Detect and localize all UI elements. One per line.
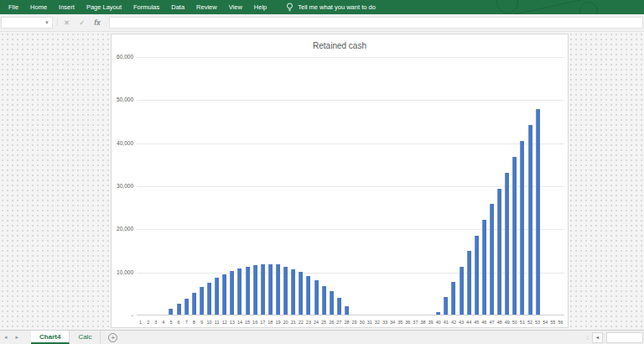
bar-category-53[interactable] [536, 109, 540, 315]
ribbon-decor-line [511, 0, 584, 14]
excel-window: FileHomeInsertPage LayoutFormulasDataRev… [0, 0, 644, 344]
bar-category-13[interactable] [230, 271, 234, 315]
formula-bar: ▼ ⁞ ✕ ✓ fx [0, 14, 644, 32]
bar-category-52[interactable] [528, 125, 532, 315]
x-axis-tick-label: 12 [222, 320, 227, 325]
bar-category-20[interactable] [283, 267, 288, 315]
x-axis-tick-label: 15 [245, 320, 250, 325]
bar-category-25[interactable] [322, 286, 326, 315]
bar-category-17[interactable] [261, 264, 265, 315]
bar-category-47[interactable] [490, 204, 494, 315]
bar-category-19[interactable] [276, 264, 280, 315]
x-axis-tick-label: 29 [351, 320, 356, 325]
y-axis-tick-label: 10,000 [112, 269, 133, 275]
bar-category-18[interactable] [268, 264, 273, 315]
x-axis-tick-label: 20 [283, 320, 288, 325]
chevron-down-icon[interactable]: ▼ [42, 20, 52, 25]
bar-category-21[interactable] [291, 269, 295, 315]
ribbon-tab-page-layout[interactable]: Page Layout [80, 0, 127, 14]
x-axis-tick-label: 10 [206, 320, 211, 325]
bar-category-22[interactable] [299, 272, 303, 315]
bar-category-40[interactable] [436, 312, 440, 315]
x-axis-tick-label: 41 [444, 320, 449, 325]
bar-category-51[interactable] [520, 141, 524, 315]
horizontal-scrollbar[interactable] [606, 332, 643, 343]
ribbon-tab-file[interactable]: File [3, 0, 24, 14]
bar-category-27[interactable] [337, 298, 341, 315]
x-axis-tick-label: 51 [520, 320, 525, 325]
ribbon-tab-view[interactable]: View [223, 0, 248, 14]
bar-category-26[interactable] [330, 291, 334, 315]
next-sheet-button[interactable]: ▸ [12, 331, 23, 344]
x-axis-tick-label: 34 [390, 320, 395, 325]
ribbon-tab-home[interactable]: Home [24, 0, 53, 14]
scrollbar-divider: ⁞ [587, 334, 589, 341]
tell-me-box[interactable]: Tell me what you want to do [286, 3, 376, 12]
ribbon-tab-review[interactable]: Review [190, 0, 223, 14]
bar-category-10[interactable] [207, 283, 211, 315]
bar-category-15[interactable] [246, 267, 250, 315]
bar-category-43[interactable] [460, 267, 464, 315]
x-axis-tick-label: 22 [299, 320, 304, 325]
x-axis-tick-label: 49 [505, 320, 510, 325]
ribbon-tab-help[interactable]: Help [248, 0, 273, 14]
scroll-left-button[interactable]: ◄ [592, 332, 603, 343]
x-axis-tick-label: 43 [459, 320, 464, 325]
bar-category-5[interactable] [169, 309, 173, 315]
bar-category-8[interactable] [192, 293, 196, 315]
tell-me-label: Tell me what you want to do [298, 3, 376, 11]
bar-category-12[interactable] [222, 274, 226, 315]
x-axis-tick-label: 39 [428, 320, 434, 325]
x-axis-tick-label: 8 [193, 320, 195, 325]
bar-category-28[interactable] [345, 306, 349, 315]
x-axis-tick-label: 46 [481, 320, 486, 325]
bar-category-46[interactable] [482, 220, 486, 315]
bar-category-45[interactable] [475, 236, 479, 315]
chart-sheet-background: Retained cash -10,00020,00030,00040,0005… [0, 32, 644, 330]
bar-category-14[interactable] [237, 268, 242, 315]
enter-formula-button[interactable]: ✓ [79, 18, 85, 27]
bar-category-41[interactable] [444, 297, 448, 315]
x-axis-tick-label: 19 [275, 320, 280, 325]
bar-category-48[interactable] [497, 189, 501, 315]
bar-category-50[interactable] [512, 157, 517, 315]
bar-category-23[interactable] [306, 276, 310, 315]
bar-category-24[interactable] [314, 280, 319, 315]
x-axis-tick-label: 33 [382, 320, 387, 325]
ribbon-decor-circle [579, 2, 598, 14]
bar-category-9[interactable] [200, 287, 204, 315]
x-axis-tick-label: 31 [367, 320, 372, 325]
formula-bar-divider: ⁞ [56, 18, 59, 28]
ribbon-tab-data[interactable]: Data [165, 0, 190, 14]
bar-category-44[interactable] [467, 251, 471, 315]
chart-canvas[interactable]: Retained cash -10,00020,00030,00040,0005… [111, 34, 569, 328]
bar-category-49[interactable] [505, 173, 509, 315]
name-box[interactable]: ▼ [1, 17, 53, 29]
bar-category-42[interactable] [451, 282, 455, 315]
plot-area [137, 57, 564, 315]
bar-category-6[interactable] [177, 304, 181, 315]
bar-category-11[interactable] [215, 278, 219, 315]
insert-function-button[interactable]: fx [94, 18, 101, 27]
x-axis-tick-label: 3 [154, 320, 157, 325]
x-axis-tick-label: 13 [230, 320, 235, 325]
x-axis-tick-label: 5 [169, 320, 172, 325]
x-axis-tick-label: 7 [185, 320, 188, 325]
sheet-tab-chart4[interactable]: Chart4 [31, 331, 70, 344]
cancel-formula-button[interactable]: ✕ [64, 18, 70, 27]
bar-category-16[interactable] [253, 265, 257, 315]
ribbon-tab-formulas[interactable]: Formulas [127, 0, 165, 14]
new-sheet-button[interactable]: + [108, 333, 117, 342]
x-axis-tick-label: 48 [497, 320, 502, 325]
chart-title[interactable]: Retained cash [112, 41, 568, 50]
y-axis-tick-label: 30,000 [112, 183, 133, 189]
formula-input[interactable] [109, 17, 643, 29]
y-axis-tick-label: 20,000 [112, 226, 133, 232]
x-axis-tick-label: 44 [466, 320, 471, 325]
prev-sheet-button[interactable]: ◂ [0, 331, 12, 344]
sheet-tab-calc[interactable]: Calc [70, 331, 101, 344]
x-axis-tick-label: 9 [200, 320, 203, 325]
ribbon-tab-insert[interactable]: Insert [53, 0, 80, 14]
x-axis-tick-label: 56 [558, 320, 563, 325]
bar-category-7[interactable] [184, 299, 189, 315]
